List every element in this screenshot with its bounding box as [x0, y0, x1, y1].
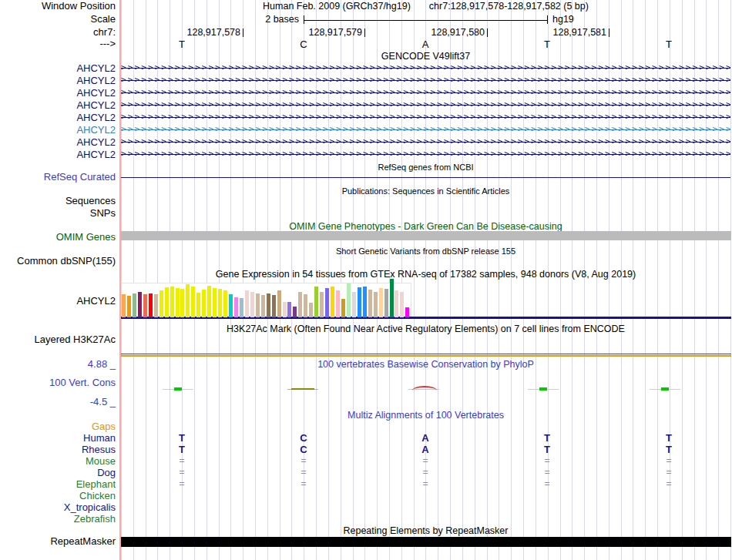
- alignment-gap-mark: =: [410, 455, 441, 467]
- gene-label[interactable]: AHCYL2: [0, 87, 116, 99]
- publications-snps-label[interactable]: SNPs: [0, 208, 116, 219]
- h3k27ac-label[interactable]: Layered H3K27Ac: [0, 334, 116, 345]
- gtex-tissue-bar[interactable]: [218, 289, 222, 317]
- gtex-tissue-bar[interactable]: [390, 279, 394, 317]
- gene-transcript-line[interactable]: >>>>>>>>>>>>>>>>>>>>>>>>>>>>>>>>>>>>>>>>…: [121, 99, 730, 111]
- gtex-gene-label[interactable]: AHCYL2: [0, 296, 116, 307]
- gene-label[interactable]: AHCYL2: [0, 136, 116, 148]
- gtex-tissue-bar[interactable]: [213, 288, 217, 317]
- gtex-tissue-bar[interactable]: [309, 303, 313, 317]
- gtex-tissue-bar[interactable]: [320, 292, 324, 317]
- omim-gene-bar[interactable]: [121, 231, 731, 240]
- gtex-tissue-bar[interactable]: [165, 287, 169, 317]
- gene-label[interactable]: AHCYL2: [0, 62, 116, 74]
- gtex-tissue-bar[interactable]: [374, 292, 378, 317]
- gtex-tissue-bar[interactable]: [363, 287, 367, 317]
- gtex-tissue-bar[interactable]: [176, 288, 180, 317]
- gtex-tissue-bar[interactable]: [138, 292, 142, 317]
- gtex-tissue-bar[interactable]: [287, 302, 291, 317]
- gene-transcript-line[interactable]: >>>>>>>>>>>>>>>>>>>>>>>>>>>>>>>>>>>>>>>>…: [121, 111, 730, 123]
- gtex-tissue-bar[interactable]: [298, 292, 302, 317]
- gtex-tissue-bar[interactable]: [341, 299, 345, 317]
- gtex-tissue-bar[interactable]: [314, 287, 318, 317]
- gtex-tissue-bar[interactable]: [202, 290, 206, 317]
- gtex-tissue-bar[interactable]: [207, 286, 211, 317]
- gtex-tissue-bar[interactable]: [250, 292, 254, 317]
- species-label[interactable]: Zebrafish: [0, 513, 116, 525]
- gtex-tissue-bar[interactable]: [154, 294, 158, 317]
- coordinate-tick: [487, 29, 488, 37]
- gene-label[interactable]: AHCYL2: [0, 112, 116, 123]
- gene-label[interactable]: AHCYL2: [0, 75, 116, 86]
- gene-transcript-line[interactable]: >>>>>>>>>>>>>>>>>>>>>>>>>>>>>>>>>>>>>>>>…: [121, 148, 730, 160]
- gene-label[interactable]: AHCYL2: [0, 99, 116, 111]
- gene-transcript-line[interactable]: >>>>>>>>>>>>>>>>>>>>>>>>>>>>>>>>>>>>>>>>…: [121, 86, 730, 99]
- gtex-tissue-bar[interactable]: [267, 293, 270, 317]
- dbsnp-common-label[interactable]: Common dbSNP(155): [0, 256, 116, 267]
- coordinate-label: 128,917,579: [285, 27, 362, 38]
- conservation-axis-min: -4.5 _: [0, 397, 116, 407]
- gene-transcript-line[interactable]: >>>>>>>>>>>>>>>>>>>>>>>>>>>>>>>>>>>>>>>>…: [121, 136, 730, 148]
- gtex-tissue-bar[interactable]: [395, 290, 398, 317]
- gencode-track-title: GENCODE V49lift37: [121, 51, 730, 62]
- gtex-tissue-bar[interactable]: [304, 294, 307, 317]
- species-label[interactable]: Rhesus: [0, 444, 116, 455]
- refseq-curated-label[interactable]: RefSeq Curated: [0, 172, 116, 183]
- gtex-tissue-bar[interactable]: [223, 290, 227, 317]
- refseq-curated-line[interactable]: [121, 177, 730, 179]
- repeatmasker-element-bar[interactable]: [121, 537, 731, 547]
- gtex-tissue-bar[interactable]: [400, 292, 404, 317]
- gtex-tissue-bar[interactable]: [358, 287, 361, 317]
- conservation-track-label[interactable]: 100 Vert. Cons: [0, 377, 116, 388]
- gtex-tissue-bar[interactable]: [159, 290, 163, 317]
- gtex-tissue-bar[interactable]: [240, 298, 243, 317]
- repeatmasker-track-title: Repeating Elements by RepeatMasker: [121, 525, 730, 536]
- gtex-tissue-bar[interactable]: [368, 290, 372, 317]
- gtex-tissue-bar[interactable]: [186, 284, 190, 317]
- gene-transcript-line[interactable]: >>>>>>>>>>>>>>>>>>>>>>>>>>>>>>>>>>>>>>>>…: [121, 74, 730, 86]
- species-label[interactable]: Elephant: [0, 478, 116, 490]
- gtex-tissue-bar[interactable]: [272, 295, 276, 317]
- gtex-tissue-bar[interactable]: [170, 287, 174, 317]
- gtex-tissue-bar[interactable]: [143, 294, 147, 317]
- gtex-tissue-bar[interactable]: [336, 290, 340, 317]
- gtex-tissue-bar[interactable]: [229, 294, 233, 317]
- gtex-tissue-bar[interactable]: [133, 293, 136, 317]
- omim-genes-label[interactable]: OMIM Genes: [0, 232, 116, 243]
- gtex-tissue-bar[interactable]: [347, 283, 351, 317]
- gtex-tissue-bar[interactable]: [352, 292, 356, 317]
- gtex-tissue-bar[interactable]: [293, 307, 297, 317]
- gtex-tissue-bar[interactable]: [180, 289, 184, 317]
- repeatmasker-label[interactable]: RepeatMasker: [0, 536, 116, 547]
- species-label[interactable]: Gaps: [0, 421, 116, 432]
- gtex-tissue-bar[interactable]: [191, 287, 195, 317]
- gtex-tissue-bar[interactable]: [234, 297, 238, 317]
- gene-transcript-line[interactable]: >>>>>>>>>>>>>>>>>>>>>>>>>>>>>>>>>>>>>>>>…: [121, 62, 730, 74]
- gtex-tissue-bar[interactable]: [245, 290, 249, 317]
- gtex-tissue-bar[interactable]: [325, 288, 329, 317]
- gtex-tissue-bar[interactable]: [283, 302, 287, 317]
- gtex-tissue-bar[interactable]: [196, 293, 200, 317]
- gtex-tissue-bar[interactable]: [127, 296, 131, 317]
- gtex-tissue-bar[interactable]: [379, 288, 383, 317]
- publications-sequences-label[interactable]: Sequences: [0, 196, 116, 206]
- species-label[interactable]: Chicken: [0, 490, 116, 501]
- gtex-tissue-bar[interactable]: [384, 289, 388, 317]
- gene-label[interactable]: AHCYL2: [0, 149, 116, 160]
- assembly-title: Human Feb. 2009 (GRCh37/hg19): [263, 1, 411, 12]
- species-label[interactable]: Human: [0, 432, 116, 444]
- gene-label[interactable]: AHCYL2: [0, 124, 116, 136]
- gtex-tissue-bar[interactable]: [256, 293, 260, 317]
- gtex-tissue-bar[interactable]: [277, 290, 281, 317]
- species-label[interactable]: Dog: [0, 467, 116, 478]
- sequence-base: T: [653, 39, 684, 50]
- species-label[interactable]: X_tropicalis: [0, 501, 116, 513]
- species-label[interactable]: Mouse: [0, 455, 116, 467]
- alignment-base: T: [653, 432, 684, 444]
- gtex-tissue-bar[interactable]: [122, 294, 126, 317]
- gene-transcript-line[interactable]: >>>>>>>>>>>>>>>>>>>>>>>>>>>>>>>>>>>>>>>>…: [121, 123, 730, 136]
- gtex-tissue-bar[interactable]: [405, 307, 409, 317]
- gtex-tissue-bar[interactable]: [261, 295, 265, 317]
- gtex-tissue-bar[interactable]: [331, 287, 334, 317]
- gtex-tissue-bar[interactable]: [149, 293, 153, 317]
